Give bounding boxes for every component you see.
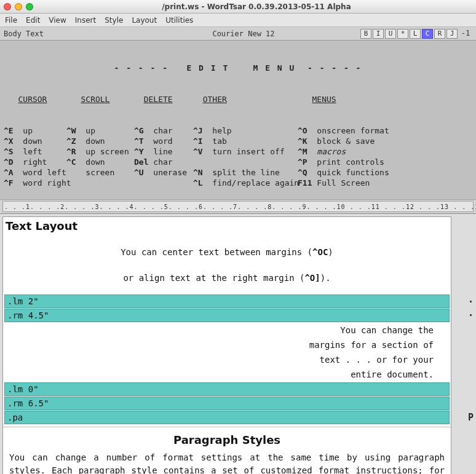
col-cursor: CURSOR bbox=[18, 95, 47, 104]
doc-text-line: entire document. bbox=[3, 367, 451, 382]
doc-paragraph: You can change a number of format settin… bbox=[3, 450, 451, 474]
bold-button[interactable]: B bbox=[360, 29, 371, 39]
help-item: ^J help bbox=[193, 125, 298, 136]
help-item: F11 Full Screen bbox=[298, 178, 421, 188]
paragraph-style-display: Body Text bbox=[4, 30, 127, 38]
format-number: -1 bbox=[459, 29, 472, 39]
window-titlebar: /print.ws - WordTsar 0.0.39.2013-05-11 A… bbox=[0, 0, 476, 14]
edit-menu-help: - - - - - E D I T M E N U - - - - - CURS… bbox=[0, 41, 476, 200]
help-item: ^A word left bbox=[4, 167, 66, 178]
menubar: File Edit View Insert Style Layout Utili… bbox=[0, 14, 476, 27]
dot-command: .lm 0" bbox=[4, 382, 450, 396]
help-item: ^Z down bbox=[66, 136, 134, 146]
col-menus: MENUS bbox=[312, 95, 336, 104]
help-item: ^Q quick functions bbox=[298, 167, 421, 178]
section-heading: Text Layout bbox=[3, 217, 451, 236]
help-item: ^L find/replace again bbox=[193, 178, 298, 188]
menu-layout[interactable]: Layout bbox=[132, 16, 157, 25]
help-item bbox=[193, 157, 298, 167]
font-display: Courier New 12 bbox=[127, 30, 360, 38]
help-item: ^Y line bbox=[134, 146, 193, 157]
help-item: ^O onscreen format bbox=[298, 125, 421, 136]
help-item: ^I tab bbox=[193, 136, 298, 146]
underline-button[interactable]: U bbox=[385, 29, 396, 39]
menu-insert[interactable]: Insert bbox=[75, 16, 96, 25]
dot-command: .rm 6.5" bbox=[4, 397, 450, 410]
format-buttons: B I U * L C R J -1 bbox=[360, 29, 472, 39]
dot-command: .lm 2" bbox=[4, 294, 450, 308]
help-item: ^N split the line bbox=[193, 167, 298, 178]
ruler[interactable]: . . .1. . . .2. . . .3. . . .4. . . .5. … bbox=[0, 200, 476, 214]
help-item: ^P print controls bbox=[298, 157, 421, 167]
help-item: ^V turn insert off bbox=[193, 146, 298, 157]
menu-view[interactable]: View bbox=[49, 16, 66, 25]
col-other: OTHER bbox=[203, 95, 227, 104]
margin-marker: . bbox=[468, 307, 474, 318]
help-item bbox=[66, 178, 134, 188]
dot-command: .pa bbox=[4, 411, 450, 424]
menu-style[interactable]: Style bbox=[105, 16, 123, 25]
help-item: ^G char bbox=[134, 125, 193, 136]
help-item: ^X down bbox=[4, 136, 66, 146]
ruler-scale: . . .1. . . .2. . . .3. . . .4. . . .5. … bbox=[2, 201, 474, 212]
star-button[interactable]: * bbox=[397, 29, 408, 39]
dot-command: .rm 4.5" bbox=[4, 309, 450, 322]
help-item: ^D right bbox=[4, 157, 66, 167]
menu-edit[interactable]: Edit bbox=[26, 16, 40, 25]
align-right-button[interactable]: R bbox=[434, 29, 445, 39]
margin-marker: . bbox=[468, 294, 474, 305]
help-item: ^C down bbox=[66, 157, 134, 167]
help-item: ^E up bbox=[4, 125, 66, 136]
col-scroll: SCROLL bbox=[81, 95, 109, 104]
help-item: Del char bbox=[134, 157, 193, 167]
align-center-button[interactable]: C bbox=[422, 29, 433, 39]
doc-text-line: You can center text between margins (^OC… bbox=[3, 245, 451, 259]
help-item: screen bbox=[66, 167, 134, 178]
zoom-icon[interactable] bbox=[26, 3, 33, 10]
menu-utilities[interactable]: Utilities bbox=[165, 16, 193, 25]
italic-button[interactable]: I bbox=[373, 29, 384, 39]
help-item: ^F word right bbox=[4, 178, 66, 188]
help-title: - - - - - E D I T M E N U - - - - - bbox=[4, 63, 472, 73]
help-item: ^K block & save bbox=[298, 136, 421, 146]
status-bar: Body Text Courier New 12 B I U * L C R J… bbox=[0, 27, 476, 41]
help-item: ^S left bbox=[4, 146, 66, 157]
page-marker: P bbox=[468, 412, 474, 423]
document-page[interactable]: Text Layout You can center text between … bbox=[2, 216, 451, 474]
help-item: ^U unerase bbox=[134, 167, 193, 178]
window-title: /print.ws - WordTsar 0.0.39.2013-05-11 A… bbox=[37, 2, 476, 11]
help-item: ^T word bbox=[134, 136, 193, 146]
doc-text-line: text . . . or for your bbox=[3, 352, 451, 367]
menu-file[interactable]: File bbox=[5, 16, 17, 25]
close-icon[interactable] bbox=[4, 3, 11, 10]
document-area: . . P Text Layout You can center text be… bbox=[0, 214, 476, 474]
help-item: ^M macros bbox=[298, 146, 421, 157]
align-justify-button[interactable]: J bbox=[446, 29, 458, 39]
help-item: ^R up screen bbox=[66, 146, 134, 157]
section-heading: Paragraph Styles bbox=[3, 430, 451, 450]
help-item bbox=[134, 178, 193, 188]
minimize-icon[interactable] bbox=[15, 3, 22, 10]
doc-text-line: or align text at the right margin (^O]). bbox=[3, 271, 451, 285]
doc-text-line: You can change the bbox=[3, 323, 451, 338]
doc-text-line: margins for a section of bbox=[3, 338, 451, 352]
align-left-button[interactable]: L bbox=[410, 29, 421, 39]
col-delete: DELETE bbox=[144, 95, 173, 104]
help-item: ^W up bbox=[66, 125, 134, 136]
